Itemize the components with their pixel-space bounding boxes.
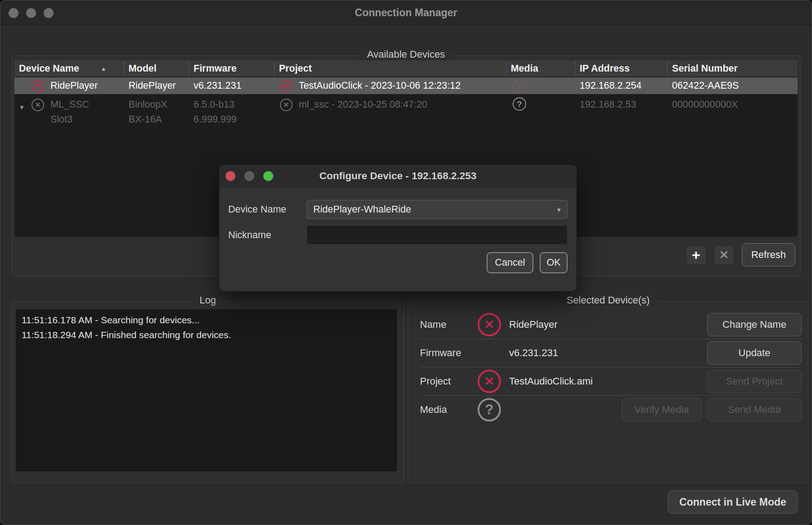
project-label: Project <box>420 376 477 387</box>
devices-table-header: Device Name ▲ Model Firmware Project Med… <box>14 60 798 77</box>
media-row: Media ? Verify Media Send Media <box>420 396 802 424</box>
window-titlebar: Connection Manager <box>0 0 812 25</box>
send-project-button[interactable]: Send Project <box>707 370 802 393</box>
name-row: Name ✕ RidePlayer Change Name <box>420 311 802 339</box>
log-entry: 11:51:18.294 AM - Finished searching for… <box>22 327 391 342</box>
device-subname-text: Slot3 <box>50 112 72 127</box>
model-text: BinloopX <box>129 97 167 112</box>
ip-cell: 192.168.2.53 <box>575 95 668 127</box>
nickname-form-row: Nickname <box>228 225 568 245</box>
device-name-form-row: Device Name RidePlayer-WhaleRide ▼ <box>228 200 568 219</box>
error-x-icon: ✕ <box>32 99 44 111</box>
error-x-icon: ✕ <box>32 80 44 92</box>
selected-devices-legend: Selected Device(s) <box>559 294 657 306</box>
change-name-button[interactable]: Change Name <box>707 313 802 336</box>
selected-devices-group: Selected Device(s) Name ✕ RidePlayer Cha… <box>408 301 808 483</box>
column-header-project[interactable]: Project <box>275 60 506 77</box>
column-header-model[interactable]: Model <box>124 60 189 77</box>
add-device-button[interactable]: + <box>686 245 706 265</box>
device-name-field-label: Device Name <box>228 204 307 215</box>
device-name-cell: ▼ ✕ ML_SSC Slot3 <box>14 95 124 127</box>
chevron-down-icon: ▼ <box>556 207 562 213</box>
firmware-text: 6.5.0-b13 <box>194 97 235 112</box>
expand-arrow-icon[interactable]: ▼ <box>19 100 25 115</box>
project-text: TestAudioClick - 2023-10-06 12:23:12 <box>299 80 461 91</box>
column-header-media[interactable]: Media <box>506 60 575 77</box>
log-group: Log 11:51:16.178 AM - Searching for devi… <box>11 301 404 483</box>
firmware-value: v6.231.231 <box>509 347 558 359</box>
nickname-field-label: Nickname <box>228 230 307 241</box>
device-list-actions: + ✕ Refresh <box>686 243 795 267</box>
name-value: RidePlayer <box>509 319 558 330</box>
connection-manager-window: Connection Manager Available Devices Dev… <box>0 0 812 525</box>
firmware-cell: v6.231.231 <box>189 80 275 91</box>
update-button[interactable]: Update <box>707 341 802 365</box>
error-x-icon: ✕ <box>478 370 501 393</box>
column-label: Project <box>279 63 312 74</box>
column-header-ip-address[interactable]: IP Address <box>575 60 668 77</box>
firmware-subtext: 6.999.999 <box>194 112 237 127</box>
window-title: Connection Manager <box>0 0 812 25</box>
device-name-dropdown[interactable]: RidePlayer-WhaleRide ▼ <box>307 200 568 219</box>
name-label: Name <box>420 319 477 330</box>
column-header-device-name[interactable]: Device Name ▲ <box>14 60 124 77</box>
error-x-icon: ✕ <box>478 313 501 336</box>
dialog-body: Device Name RidePlayer-WhaleRide ▼ Nickn… <box>219 187 577 273</box>
media-unknown-icon: ? <box>513 79 526 93</box>
project-value: TestAudioClick.ami <box>509 376 593 387</box>
ip-cell: 192.168.2.254 <box>575 80 668 91</box>
refresh-button[interactable]: Refresh <box>742 243 795 267</box>
serial-cell: 00000000000X <box>668 95 798 127</box>
project-cell: ✕ TestAudioClick - 2023-10-06 12:23:12 <box>275 80 506 92</box>
sort-ascending-icon: ▲ <box>101 65 107 72</box>
firmware-row: Firmware v6.231.231 Update <box>420 339 802 367</box>
cancel-button[interactable]: Cancel <box>487 252 533 273</box>
dialog-buttons: Cancel OK <box>228 252 568 273</box>
media-unknown-icon: ? <box>513 97 526 111</box>
media-label: Media <box>420 404 477 416</box>
dialog-title: Configure Device - 192.168.2.253 <box>219 165 577 187</box>
verify-media-button[interactable]: Verify Media <box>622 398 702 421</box>
ok-button[interactable]: OK <box>540 252 568 273</box>
device-name-text: ML_SSC <box>50 97 89 112</box>
log-output[interactable]: 11:51:16.178 AM - Searching for devices.… <box>16 309 397 471</box>
error-x-icon: ✕ <box>280 80 293 92</box>
column-header-serial-number[interactable]: Serial Number <box>668 60 798 77</box>
device-row-ml-ssc[interactable]: ▼ ✕ ML_SSC Slot3 BinloopX BX-16A 6.5.0-b… <box>14 94 798 127</box>
log-legend: Log <box>192 294 223 306</box>
media-cell: ? <box>506 95 575 127</box>
selected-device-details: Name ✕ RidePlayer Change Name Firmware v… <box>420 311 802 424</box>
device-row-rideplayer[interactable]: ✕ RidePlayer RidePlayer v6.231.231 ✕ Tes… <box>14 77 798 94</box>
configure-device-dialog: Configure Device - 192.168.2.253 Device … <box>219 165 577 291</box>
column-label: Firmware <box>194 63 237 74</box>
model-subtext: BX-16A <box>129 112 162 127</box>
send-media-button[interactable]: Send Media <box>707 398 802 421</box>
column-label: Serial Number <box>672 63 738 74</box>
remove-device-button[interactable]: ✕ <box>714 245 734 265</box>
column-label: Model <box>129 63 157 74</box>
project-text: ml_ssc - 2023-10-25 08:47:20 <box>299 97 428 112</box>
media-unknown-icon: ? <box>478 398 501 421</box>
connect-in-live-mode-button[interactable]: Connect in Live Mode <box>668 490 798 514</box>
nickname-input[interactable] <box>307 225 568 245</box>
device-name-selected-value: RidePlayer-WhaleRide <box>313 204 411 215</box>
log-entry: 11:51:16.178 AM - Searching for devices.… <box>22 312 391 327</box>
device-name-cell: ✕ RidePlayer <box>14 80 124 92</box>
column-label: IP Address <box>580 63 630 74</box>
device-name-text: RidePlayer <box>50 80 98 91</box>
project-cell: ✕ ml_ssc - 2023-10-25 08:47:20 <box>275 95 506 127</box>
firmware-label: Firmware <box>420 347 477 359</box>
model-cell: BinloopX BX-16A <box>124 95 189 127</box>
column-header-firmware[interactable]: Firmware <box>189 60 275 77</box>
error-x-icon: ✕ <box>280 99 293 111</box>
dialog-titlebar: Configure Device - 192.168.2.253 <box>219 165 577 187</box>
media-cell: ? <box>506 79 575 93</box>
firmware-cell: 6.5.0-b13 6.999.999 <box>189 95 275 127</box>
serial-cell: 062422-AAE9S <box>668 80 798 91</box>
column-label: Device Name <box>19 63 79 74</box>
model-cell: RidePlayer <box>124 80 189 91</box>
column-label: Media <box>511 63 538 74</box>
project-row: Project ✕ TestAudioClick.ami Send Projec… <box>420 367 802 395</box>
available-devices-legend: Available Devices <box>360 49 452 60</box>
